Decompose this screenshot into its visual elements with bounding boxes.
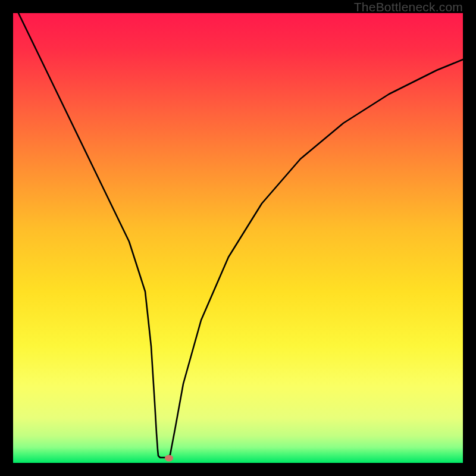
bottleneck-curve bbox=[13, 13, 463, 463]
watermark-text: TheBottleneck.com bbox=[354, 0, 463, 14]
chart-frame bbox=[13, 13, 463, 463]
optimal-point-marker bbox=[165, 455, 173, 462]
